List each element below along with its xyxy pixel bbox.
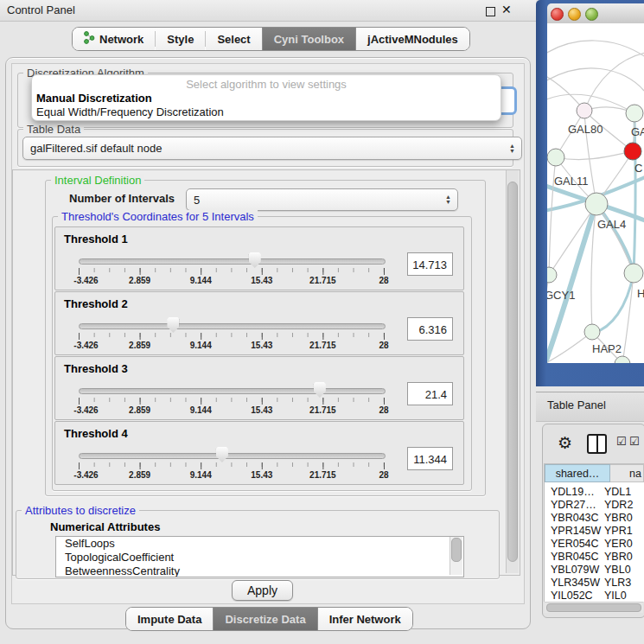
list-item[interactable]: BetweennessCentrality	[56, 564, 463, 577]
threshold-2-slider-thumb[interactable]	[167, 317, 179, 333]
tab-cyni-toolbox[interactable]: Cyni Toolbox	[262, 28, 355, 50]
tab-select-label: Select	[217, 33, 250, 46]
tab-impute-data[interactable]: Impute Data	[126, 608, 213, 630]
cell-shared-name: YDR27…	[551, 499, 596, 511]
tab-jactivemnodules-label: jActiveMNodules	[367, 33, 458, 46]
threshold-2-value-field[interactable]: 6.316	[407, 317, 453, 341]
threshold-4-slider-track[interactable]	[79, 453, 386, 459]
slider-major-ticks	[79, 398, 385, 405]
node-h[interactable]	[624, 264, 643, 283]
tick-label: 15.43	[251, 341, 272, 350]
tab-discretize-data-label: Discretize Data	[225, 613, 305, 626]
table-row[interactable]: YIL052C YIL0	[545, 590, 644, 603]
table-row[interactable]: YDR27… YDR2	[545, 499, 644, 512]
tab-style[interactable]: Style	[156, 28, 205, 50]
bottom-tab-bar: Impute Data Discretize Data Infer Networ…	[125, 607, 413, 631]
list-item[interactable]: SelfLoops	[56, 537, 463, 551]
numerical-attributes-list[interactable]: SelfLoops TopologicalCoefficient Between…	[55, 536, 464, 577]
table-row[interactable]: YBR043C YBR0	[545, 512, 644, 525]
node-gcy1[interactable]	[547, 267, 557, 283]
threshold-2-box: Threshold 2 -3.426 2.859 9.144 15.43 21.…	[54, 291, 464, 355]
threshold-4-value-field[interactable]: 11.344	[407, 447, 453, 470]
table-row[interactable]: YPR145W YPR1	[545, 525, 644, 538]
threshold-1-slider-track[interactable]	[79, 258, 386, 265]
table-row[interactable]: YLR345W YLR3	[545, 577, 644, 590]
attributes-list-scrollbar-thumb[interactable]	[451, 538, 462, 562]
cell-shared-name: YBL079W	[551, 564, 599, 576]
threshold-1-value-field[interactable]: 14.713	[407, 252, 453, 276]
gear-icon[interactable]: ⚙	[558, 433, 572, 453]
tick-label: 9.144	[190, 341, 212, 350]
tick-label: 28	[379, 276, 388, 285]
node-gal80[interactable]	[577, 103, 592, 118]
tick-label: 21.715	[309, 470, 336, 480]
node-bottom-partial[interactable]	[615, 356, 630, 363]
number-of-intervals-value: 5	[194, 194, 200, 207]
tab-select[interactable]: Select	[206, 28, 261, 50]
threshold-3-label: Threshold 3	[64, 362, 128, 375]
app-root: Control Panel ✕ Network Style Select	[0, 0, 644, 644]
cell-shared-name: YLR345W	[551, 577, 600, 589]
slider-major-ticks	[79, 462, 385, 469]
table-row[interactable]: YDL19… YDL1	[545, 486, 644, 499]
float-window-icon[interactable]	[486, 7, 495, 16]
node-red-selected[interactable]	[624, 143, 641, 160]
table-row[interactable]: YER054C YER0	[545, 538, 644, 551]
tick-label: 2.859	[129, 341, 150, 350]
cell-name: YBL0	[604, 564, 631, 576]
number-of-intervals-combobox[interactable]: 5 ▲▼	[186, 188, 458, 211]
apply-button[interactable]: Apply	[232, 580, 293, 601]
cell-name: YIL0	[604, 590, 627, 602]
close-icon[interactable]: ✕	[501, 3, 512, 16]
zoom-traffic-light-icon[interactable]	[585, 8, 598, 21]
threshold-1-slider-thumb[interactable]	[249, 252, 261, 268]
tab-infer-network-label: Infer Network	[329, 613, 401, 626]
table-row[interactable]: YBR045C YBR0	[545, 551, 644, 564]
settings-scrollbar-thumb[interactable]	[507, 182, 518, 562]
algorithm-option-manual[interactable]: Manual Discretization	[36, 92, 152, 105]
tick-label: -3.426	[73, 276, 98, 285]
threshold-3-slider-track[interactable]	[79, 388, 386, 394]
tick-label: 9.144	[190, 276, 212, 285]
close-traffic-light-icon[interactable]	[551, 8, 564, 21]
threshold-3-value-field[interactable]: 21.4	[407, 382, 453, 405]
checkbox-icon[interactable]: ☑	[616, 435, 627, 448]
tick-label: 15.43	[251, 405, 272, 415]
tab-style-label: Style	[167, 33, 194, 46]
column-header-name[interactable]: na	[610, 464, 644, 482]
minimize-traffic-light-icon[interactable]	[568, 8, 581, 21]
node-gal11[interactable]	[547, 149, 564, 166]
cell-name: YPR1	[604, 525, 633, 537]
threshold-4-slider-thumb[interactable]	[216, 447, 228, 462]
cell-name: YER0	[604, 538, 633, 550]
table-data-combobox[interactable]: galFiltered.sif default node ▲▼	[22, 137, 522, 160]
list-item[interactable]: TopologicalCoefficient	[56, 551, 463, 564]
algorithm-option-equal-width[interactable]: Equal Width/Frequency Discretization	[36, 105, 224, 118]
network-canvas[interactable]: GAL80 GA C GAL11 GAL4 GCY1 H HAP2	[547, 23, 644, 363]
checkbox-icon[interactable]: ☑	[629, 435, 640, 448]
node-top-right[interactable]	[626, 105, 643, 122]
column-header-shared-name[interactable]: shared…	[545, 464, 610, 482]
tab-jactivemnodules[interactable]: jActiveMNodules	[355, 28, 469, 50]
threshold-1-label: Threshold 1	[64, 233, 128, 245]
threshold-3-box: Threshold 3 -3.426 2.859 9.144 15.43 21.…	[54, 356, 464, 420]
tab-network-label: Network	[99, 33, 143, 46]
network-nodes[interactable]	[547, 103, 643, 363]
algorithm-placeholder-option[interactable]: Select algorithm to view settings	[32, 78, 501, 91]
table-horizontal-scrollbar-thumb[interactable]	[546, 603, 641, 612]
cell-name: YDL1	[604, 486, 631, 498]
threshold-2-slider-track[interactable]	[79, 323, 386, 329]
tab-network[interactable]: Network	[73, 28, 155, 50]
cell-name: YBR0	[604, 551, 633, 563]
network-icon	[84, 31, 95, 47]
tab-infer-network[interactable]: Infer Network	[317, 608, 412, 630]
spinner-arrows-icon: ▲▼	[445, 194, 451, 205]
tab-discretize-data[interactable]: Discretize Data	[213, 608, 316, 630]
columns-icon[interactable]	[587, 434, 607, 454]
node-gal4[interactable]	[585, 193, 608, 215]
table-row[interactable]: YBL079W YBL0	[545, 564, 644, 577]
attributes-group-title: Attributes to discretize	[22, 504, 139, 517]
node-hap2[interactable]	[584, 324, 600, 340]
node-label: GAL11	[554, 175, 589, 188]
threshold-3-slider-thumb[interactable]	[314, 382, 326, 398]
